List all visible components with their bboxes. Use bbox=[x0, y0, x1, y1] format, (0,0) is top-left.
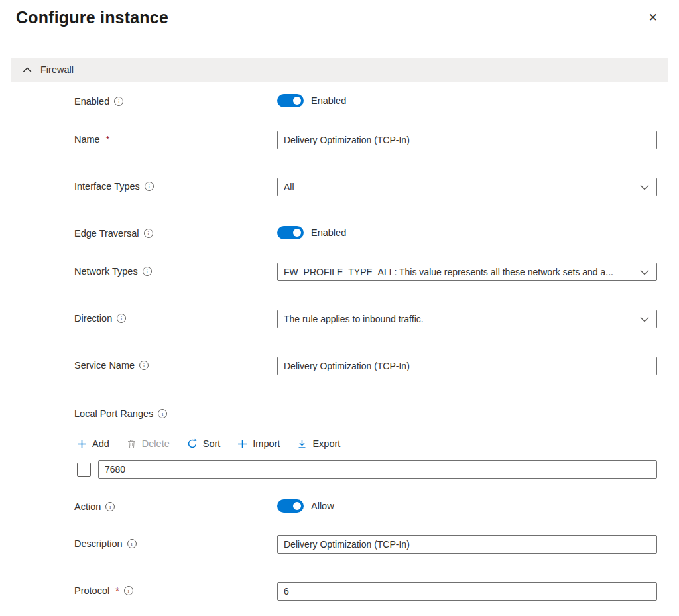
port-ranges-toolbar: Add Delete Sort Import bbox=[77, 438, 657, 449]
port-range-row bbox=[77, 460, 657, 479]
interface-types-dropdown[interactable]: All bbox=[277, 178, 657, 196]
interface-types-value: All bbox=[284, 182, 635, 192]
action-toggle-state: Allow bbox=[311, 501, 334, 511]
direction-label: Direction bbox=[74, 313, 112, 324]
info-icon[interactable]: i bbox=[124, 586, 133, 595]
panel-header: Configure instance ✕ bbox=[0, 0, 679, 27]
service-name-input[interactable] bbox=[277, 357, 657, 375]
edge-traversal-toggle-state: Enabled bbox=[311, 227, 346, 238]
import-button-label: Import bbox=[253, 438, 280, 449]
port-range-input[interactable] bbox=[98, 460, 657, 479]
row-interface-types: Interface Types i All bbox=[74, 178, 657, 196]
row-edge-traversal: Edge Traversal i Enabled bbox=[74, 225, 657, 239]
row-network-types: Network Types i FW_PROFILE_TYPE_ALL: Thi… bbox=[74, 263, 657, 281]
row-enabled: Enabled i Enabled bbox=[74, 93, 657, 107]
delete-button[interactable]: Delete bbox=[127, 438, 170, 449]
add-button-label: Add bbox=[92, 438, 109, 449]
name-label: Name bbox=[74, 134, 100, 145]
section-header-firewall[interactable]: Firewall bbox=[11, 58, 668, 82]
add-button[interactable]: Add bbox=[77, 438, 109, 449]
edge-traversal-toggle[interactable] bbox=[277, 226, 304, 239]
firewall-form: Enabled i Enabled Name * Interface Types… bbox=[0, 82, 679, 601]
enabled-toggle-state: Enabled bbox=[311, 95, 346, 106]
sort-button[interactable]: Sort bbox=[187, 438, 221, 449]
import-button[interactable]: Import bbox=[237, 438, 280, 449]
plus-icon bbox=[77, 439, 87, 449]
chevron-up-icon bbox=[23, 67, 32, 73]
row-description: Description i bbox=[74, 535, 657, 554]
info-icon[interactable]: i bbox=[143, 267, 152, 276]
local-port-ranges-group: Local Port Ranges i Add Delete Sort bbox=[74, 408, 657, 479]
info-icon[interactable]: i bbox=[145, 182, 154, 191]
network-types-label: Network Types bbox=[74, 266, 138, 277]
network-types-dropdown[interactable]: FW_PROFILE_TYPE_ALL: This value represen… bbox=[277, 263, 657, 281]
sort-button-label: Sort bbox=[203, 438, 221, 449]
enabled-label: Enabled bbox=[74, 96, 109, 107]
action-toggle[interactable] bbox=[277, 499, 304, 513]
section-title: Firewall bbox=[40, 64, 74, 75]
row-name: Name * bbox=[74, 131, 657, 149]
name-input[interactable] bbox=[277, 131, 657, 149]
info-icon[interactable]: i bbox=[117, 314, 126, 323]
row-action: Action i Allow bbox=[74, 498, 657, 513]
enabled-toggle[interactable] bbox=[277, 94, 304, 107]
port-row-checkbox[interactable] bbox=[77, 463, 91, 477]
description-input[interactable] bbox=[277, 535, 657, 554]
trash-icon bbox=[127, 439, 137, 449]
delete-button-label: Delete bbox=[142, 438, 170, 449]
plus-icon bbox=[237, 439, 247, 449]
protocol-input[interactable] bbox=[277, 582, 657, 601]
export-button[interactable]: Export bbox=[297, 438, 340, 449]
info-icon[interactable]: i bbox=[114, 97, 123, 106]
chevron-down-icon bbox=[640, 269, 650, 275]
info-icon[interactable]: i bbox=[144, 229, 153, 238]
info-icon[interactable]: i bbox=[127, 539, 137, 548]
service-name-label: Service Name bbox=[74, 360, 135, 371]
interface-types-label: Interface Types bbox=[74, 181, 140, 192]
direction-value: The rule applies to inbound traffic. bbox=[284, 314, 635, 324]
download-arrow-icon bbox=[297, 439, 307, 449]
info-icon[interactable]: i bbox=[139, 361, 149, 370]
chevron-down-icon bbox=[640, 316, 650, 322]
description-label: Description bbox=[74, 538, 123, 549]
close-icon[interactable]: ✕ bbox=[643, 9, 663, 26]
local-port-ranges-label: Local Port Ranges bbox=[74, 408, 153, 419]
direction-dropdown[interactable]: The rule applies to inbound traffic. bbox=[277, 310, 657, 328]
chevron-down-icon bbox=[640, 184, 650, 190]
row-direction: Direction i The rule applies to inbound … bbox=[74, 310, 657, 328]
info-icon[interactable]: i bbox=[105, 502, 115, 511]
required-asterisk: * bbox=[115, 585, 119, 596]
network-types-value: FW_PROFILE_TYPE_ALL: This value represen… bbox=[284, 267, 635, 277]
sort-refresh-icon bbox=[187, 438, 198, 449]
action-label: Action bbox=[74, 501, 101, 512]
info-icon[interactable]: i bbox=[158, 409, 167, 418]
edge-traversal-label: Edge Traversal bbox=[74, 228, 139, 239]
required-asterisk: * bbox=[106, 134, 109, 145]
page-title: Configure instance bbox=[16, 8, 168, 27]
protocol-label: Protocol bbox=[74, 585, 109, 596]
export-button-label: Export bbox=[312, 438, 340, 449]
row-protocol: Protocol * i bbox=[74, 582, 657, 601]
row-service-name: Service Name i bbox=[74, 357, 657, 375]
